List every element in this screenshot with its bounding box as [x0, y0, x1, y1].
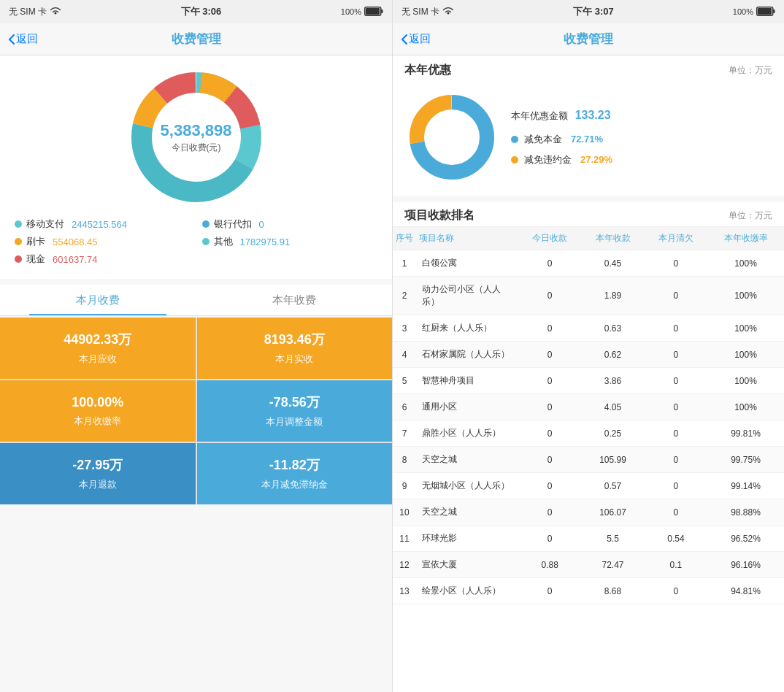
legend-item-cash: 现金 601637.74: [15, 253, 191, 266]
right-nav-bar: 返回 收费管理: [393, 23, 784, 55]
legend-dot-card: [15, 238, 22, 245]
cell-month-clear: 0: [645, 277, 707, 315]
cell-year: 0.45: [581, 250, 644, 277]
project-table: 序号 项目名称 今日收款 本年收款 本月清欠 本年收缴率 1 白领公寓 0 0.…: [393, 227, 784, 604]
right-wifi-icon: [442, 7, 454, 18]
stat-monthly-receivable: 44902.33万 本月应收: [0, 318, 196, 379]
stat-monthly-rate-value: 100.00%: [72, 395, 123, 410]
svg-rect-11: [773, 9, 775, 13]
table-row: 3 红厨来（人人乐） 0 0.63 0 100%: [393, 315, 784, 342]
cell-month-clear: 0: [645, 473, 707, 499]
table-row: 5 智慧神舟项目 0 3.86 0 100%: [393, 368, 784, 394]
cell-name: 鼎胜小区（人人乐）: [416, 420, 518, 447]
right-back-button[interactable]: 返回: [401, 32, 431, 46]
left-nav-bar: 返回 收费管理: [0, 23, 392, 55]
table-row: 12 宣依大厦 0.88 72.47 0.1 96.16%: [393, 552, 784, 578]
left-back-label: 返回: [16, 32, 38, 46]
right-battery-area: 100%: [733, 7, 775, 18]
cell-rate: 100%: [707, 250, 784, 277]
cell-name: 白领公寓: [416, 250, 518, 277]
svg-rect-2: [381, 9, 383, 13]
cell-name: 无烟城小区（人人乐）: [416, 473, 518, 499]
cell-no: 8: [393, 447, 416, 473]
right-panel: 无 SIM 卡 下午 3:07 100% 返回 收费管理 本年优惠 单位：万元: [392, 0, 784, 692]
cell-rate: 96.52%: [707, 526, 784, 552]
cell-month-clear: 0.1: [645, 552, 707, 578]
right-nav-title: 收费管理: [564, 31, 613, 47]
legend-label-card: 刷卡: [26, 235, 45, 248]
discount-amount-row: 本年优惠金额 133.23: [511, 109, 612, 123]
cell-name: 动力公司小区（人人乐）: [416, 277, 518, 315]
cell-year: 0.57: [581, 473, 644, 499]
left-donut-section: 5,383,898 今日收费(元) 移动支付 2445215.564 银行代扣 …: [0, 55, 392, 279]
stat-monthly-refund: -27.95万 本月退款: [0, 443, 196, 504]
table-header-row: 项目收款排名 单位：万元: [393, 202, 784, 227]
discount-legend: 本年优惠金额 133.23 减免本金 72.71% 减免违约金 27.29%: [511, 109, 612, 166]
legend-value-other: 1782975.91: [240, 237, 291, 247]
cell-month-clear: 0: [645, 250, 707, 277]
donut-center: 5,383,898 今日收费(元): [161, 121, 232, 154]
left-carrier: 无 SIM 卡: [9, 6, 47, 18]
cell-today: 0: [518, 342, 581, 368]
right-carrier: 无 SIM 卡: [401, 6, 439, 18]
cell-rate: 94.81%: [707, 578, 784, 604]
cell-no: 13: [393, 578, 416, 604]
cell-name: 宣依大厦: [416, 552, 518, 578]
table-header-row-tr: 序号 项目名称 今日收款 本年收款 本月清欠 本年收缴率: [393, 227, 784, 250]
cell-year: 3.86: [581, 368, 644, 394]
stat-monthly-waive-label: 本月减免滞纳金: [261, 478, 328, 491]
cell-year: 5.5: [581, 526, 644, 552]
cell-month-clear: 0: [645, 499, 707, 526]
cell-rate: 99.81%: [707, 420, 784, 447]
cell-no: 7: [393, 420, 416, 447]
cell-rate: 100%: [707, 368, 784, 394]
right-carrier-area: 无 SIM 卡: [401, 6, 454, 18]
cell-month-clear: 0: [645, 578, 707, 604]
cell-no: 9: [393, 473, 416, 499]
disc-label-principal: 减免本金: [524, 133, 562, 146]
legend-item-other: 其他 1782975.91: [202, 235, 378, 248]
th-today: 今日收款: [518, 227, 581, 250]
cell-name: 红厨来（人人乐）: [416, 315, 518, 342]
discount-title: 本年优惠: [404, 63, 451, 78]
legend-item-mobile: 移动支付 2445215.564: [15, 218, 191, 231]
cell-month-clear: 0: [645, 447, 707, 473]
cell-name: 天空之城: [416, 447, 518, 473]
tab-yearly[interactable]: 本年收费: [196, 285, 393, 315]
cell-year: 106.07: [581, 499, 644, 526]
left-tabs: 本月收费 本年收费: [0, 285, 392, 316]
stat-monthly-receivable-label: 本月应收: [79, 353, 117, 366]
cell-rate: 98.88%: [707, 499, 784, 526]
discount-amount-label: 本年优惠金额 133.23: [511, 110, 611, 121]
cell-today: 0.88: [518, 552, 581, 578]
left-legend: 移动支付 2445215.564 银行代扣 0 刷卡 554068.45 其他 …: [0, 210, 392, 273]
cell-name: 石材家属院（人人乐）: [416, 342, 518, 368]
cell-year: 8.68: [581, 578, 644, 604]
left-back-button[interactable]: 返回: [9, 32, 38, 46]
left-wifi-icon: [50, 7, 61, 18]
table-row: 2 动力公司小区（人人乐） 0 1.89 0 100%: [393, 277, 784, 315]
left-time: 下午 3:06: [181, 5, 222, 18]
legend-label-other: 其他: [214, 235, 233, 248]
disc-value-penalty: 27.29%: [580, 154, 612, 165]
discount-legend-item-principal: 减免本金 72.71%: [511, 133, 612, 146]
th-year: 本年收款: [581, 227, 644, 250]
cell-year: 1.89: [581, 277, 644, 315]
left-carrier-area: 无 SIM 卡: [9, 6, 61, 18]
cell-today: 0: [518, 368, 581, 394]
cell-no: 1: [393, 250, 416, 277]
cell-year: 0.25: [581, 420, 644, 447]
donut-amount: 5,383,898: [161, 121, 232, 140]
cell-no: 4: [393, 342, 416, 368]
cell-no: 11: [393, 526, 416, 552]
disc-label-penalty: 减免违约金: [524, 153, 572, 166]
cell-today: 0: [518, 578, 581, 604]
tab-monthly[interactable]: 本月收费: [0, 285, 196, 315]
disc-dot-orange: [511, 156, 518, 164]
right-battery-icon: [756, 7, 775, 18]
cell-today: 0: [518, 526, 581, 552]
cell-month-clear: 0: [645, 368, 707, 394]
discount-amount-value: 133.23: [575, 109, 611, 121]
discount-content: 本年优惠金额 133.23 减免本金 72.71% 减免违约金 27.29%: [393, 81, 784, 193]
th-rate: 本年收缴率: [707, 227, 784, 250]
